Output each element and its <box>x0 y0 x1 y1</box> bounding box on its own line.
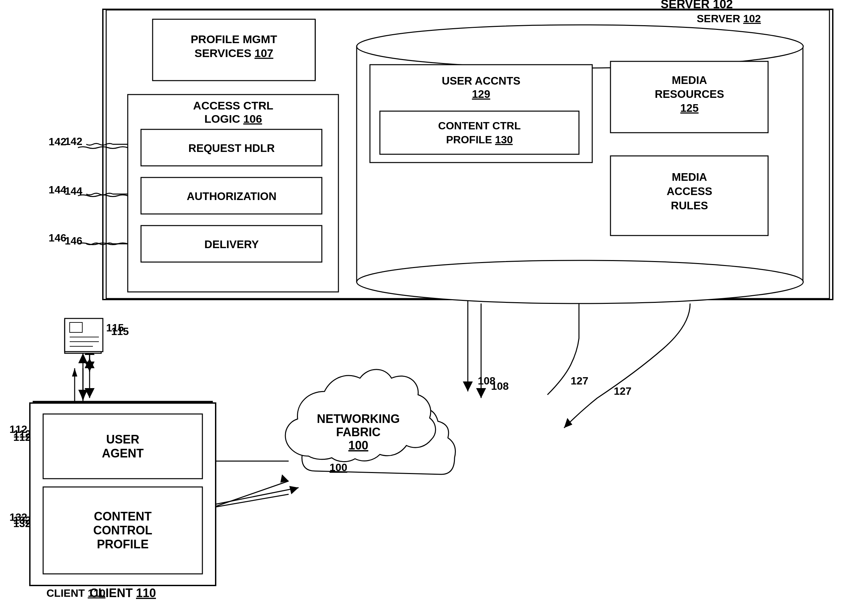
ref-108: 108 <box>478 375 495 387</box>
media-access-rules-label: MEDIA ACCESS RULES <box>617 163 763 200</box>
ref-146: 146 <box>65 235 82 247</box>
svg-point-8 <box>359 259 800 299</box>
delivery-label: DELIVERY <box>146 238 315 250</box>
content-ctrl-profile-client-box: CONTENT CONTROL PROFILE <box>46 484 199 567</box>
server-label: SERVER 102 <box>697 12 761 25</box>
media-resources-label: MEDIA RESOURCES 125 <box>617 66 763 103</box>
client-device-icon <box>63 319 103 366</box>
svg-text:FABRIC: FABRIC <box>319 448 358 460</box>
user-agent-box: USER AGENT <box>46 411 199 474</box>
authorization-label: AUTHORIZATION <box>146 187 315 200</box>
content-ctrl-profile-server-label: CONTENT CTRL PROFILE 130 <box>385 115 574 139</box>
user-accnts-label: USER ACCNTS 129 <box>375 70 587 82</box>
svg-line-40 <box>212 481 289 507</box>
svg-text:100: 100 <box>329 461 347 473</box>
user-agent-label: USER AGENT <box>104 431 141 455</box>
access-ctrl-label: ACCESS CTRL LOGIC 106 <box>133 98 332 135</box>
ref-144: 144 <box>65 185 82 198</box>
svg-marker-37 <box>72 368 77 377</box>
ref-112-pos: 112 <box>13 431 31 443</box>
ref-127: 127 <box>571 375 588 387</box>
svg-marker-39 <box>80 393 86 401</box>
networking-fabric-cloud: NETWORKING FABRIC 100 <box>285 388 478 514</box>
svg-point-7 <box>359 26 800 66</box>
profile-mgmt-label: PROFILE MGMT SERVICES 107 <box>162 25 308 62</box>
ref-142: 142 <box>65 135 82 148</box>
client-label: CLIENT 110 <box>46 587 106 599</box>
svg-line-27 <box>212 494 289 507</box>
request-hdlr-label: REQUEST HDLR <box>146 138 315 150</box>
content-ctrl-profile-client-label: CONTENT CONTROL PROFILE <box>53 507 192 544</box>
ref-132-pos: 132 <box>13 514 31 526</box>
ref-115: 115 <box>106 322 124 334</box>
svg-text:NETWORKING: NETWORKING <box>302 435 375 447</box>
bidirectional-arrows <box>70 365 90 405</box>
svg-rect-32 <box>68 325 81 335</box>
